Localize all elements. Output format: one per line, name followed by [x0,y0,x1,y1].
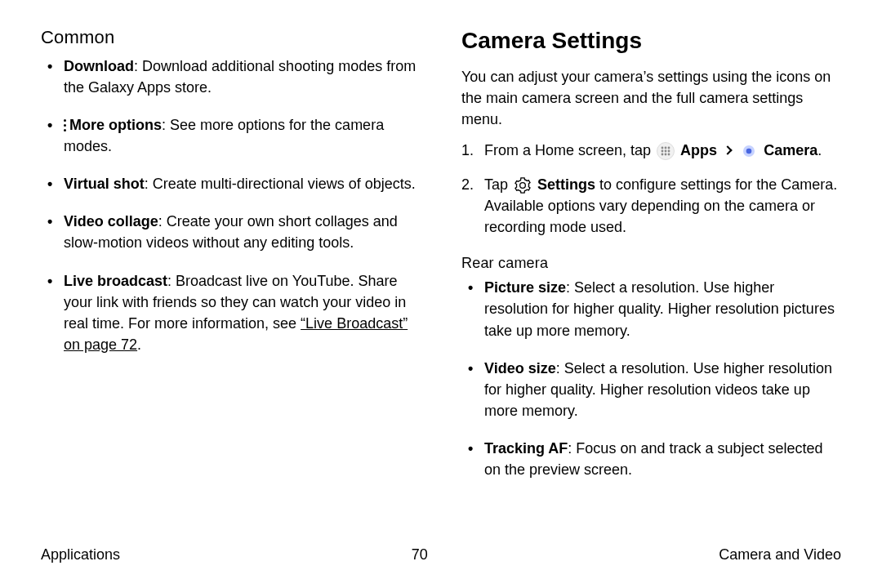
footer-page-number: 70 [412,544,428,565]
apps-icon [657,142,675,160]
svg-point-6 [662,154,664,156]
list-item: Video size: Select a resolution. Use hig… [484,358,841,421]
step-item: From a Home screen, tap Apps Camera. [484,140,841,161]
item-desc: : Create multi-directional views of obje… [145,176,416,192]
svg-point-2 [668,147,670,149]
item-label: Live broadcast [64,273,167,289]
right-column: Camera Settings You can adjust your came… [461,24,841,497]
list-item: Video collage: Create your own short col… [64,211,421,253]
camera-label: Camera [764,142,817,158]
list-item: Live broadcast: Broadcast live on YouTub… [64,270,421,355]
list-item: More options: See more options for the c… [64,114,421,157]
list-item: Download: Download additional shooting m… [64,56,421,98]
item-label: Virtual shot [64,176,145,192]
gear-icon [514,176,532,194]
step-item: Tap Settings to configure settings for t… [484,174,841,238]
svg-point-5 [668,150,670,153]
svg-point-10 [746,149,752,154]
svg-point-7 [665,154,667,156]
settings-label: Settings [537,176,595,193]
list-item: Tracking AF: Focus on and track a subjec… [484,438,841,480]
apps-label: Apps [680,142,717,158]
camera-settings-heading: Camera Settings [461,24,841,58]
item-label: Tracking AF [484,440,568,457]
list-item: Virtual shot: Create multi-directional v… [64,173,421,194]
common-heading: Common [41,24,421,51]
svg-point-4 [665,150,667,153]
item-label: Video collage [64,213,158,229]
content-columns: Common Download: Download additional sho… [41,24,841,497]
svg-point-1 [665,147,667,149]
item-tail: . [137,336,141,353]
item-label: More options [69,117,162,133]
svg-point-8 [668,154,670,156]
step-tail: . [817,142,822,158]
step-text: From a Home screen, tap [484,142,655,158]
chevron-right-icon [723,145,732,154]
more-options-icon [64,119,66,133]
list-item: Picture size: Select a resolution. Use h… [484,277,841,341]
intro-paragraph: You can adjust your camera’s settings us… [461,66,841,130]
page-footer: Applications 70 Camera and Video [41,544,841,565]
item-label: Download [64,58,134,74]
svg-point-0 [662,147,664,149]
item-label: Picture size [484,279,566,296]
left-column: Common Download: Download additional sho… [41,24,421,497]
item-label: Video size [484,360,556,376]
svg-point-3 [662,150,664,153]
steps-list: From a Home screen, tap Apps Camera. Tap… [461,140,841,238]
step-text: Tap [484,176,512,193]
footer-left: Applications [41,544,120,565]
rear-camera-heading: Rear camera [461,252,841,274]
footer-right: Camera and Video [719,544,841,565]
camera-icon [740,142,758,160]
rear-list: Picture size: Select a resolution. Use h… [461,277,841,480]
common-list: Download: Download additional shooting m… [41,56,421,355]
